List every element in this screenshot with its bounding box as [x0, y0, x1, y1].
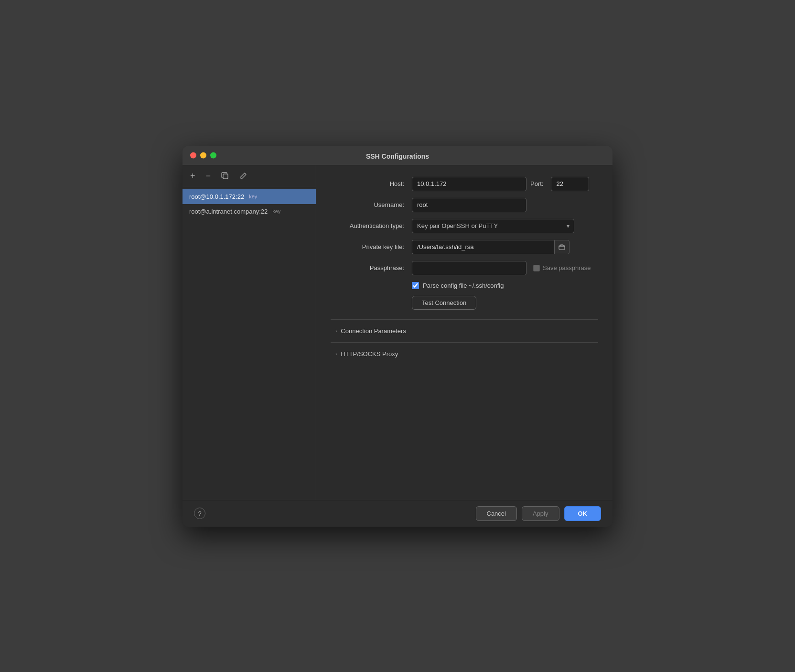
copy-config-button[interactable]	[219, 171, 231, 181]
parse-config-row: Parse config file ~/.ssh/config	[412, 282, 598, 289]
svg-rect-0	[223, 174, 228, 179]
bottom-bar: ? Cancel Apply OK	[183, 500, 612, 527]
dialog-title: SSH Configurations	[366, 152, 429, 160]
save-passphrase-area: Save passphrase	[533, 264, 591, 271]
add-config-button[interactable]: +	[188, 170, 197, 182]
port-input[interactable]	[551, 177, 589, 191]
title-bar: SSH Configurations	[183, 146, 612, 165]
username-input[interactable]	[412, 198, 526, 212]
sidebar-toolbar: + −	[183, 165, 316, 187]
right-panel: Host: Port: Username: Authentication typ…	[316, 165, 612, 500]
passphrase-label: Passphrase:	[331, 264, 412, 271]
private-key-row: Private key file:	[331, 240, 598, 254]
sidebar-item-label-1: root@10.0.1.172:22	[189, 193, 244, 200]
passphrase-group: Save passphrase	[412, 261, 591, 275]
passphrase-input[interactable]	[412, 261, 526, 275]
http-socks-proxy-header[interactable]: › HTTP/SOCKS Proxy	[331, 348, 598, 359]
http-socks-proxy-label: HTTP/SOCKS Proxy	[341, 350, 398, 358]
traffic-lights	[190, 152, 216, 158]
passphrase-row: Passphrase: Save passphrase	[331, 261, 598, 275]
ok-button[interactable]: OK	[564, 506, 602, 521]
auth-type-select-wrapper: Key pair OpenSSH or PuTTY Password OpenS…	[412, 219, 574, 233]
browse-file-button[interactable]	[554, 240, 569, 254]
sidebar-item-tag-1: key	[249, 194, 257, 199]
sidebar-item-2[interactable]: root@a.intranet.company:22 key	[183, 204, 316, 219]
parse-config-label[interactable]: Parse config file ~/.ssh/config	[423, 282, 504, 289]
connection-parameters-section: › Connection Parameters	[331, 319, 598, 342]
sidebar-item-label-2: root@a.intranet.company:22	[189, 208, 268, 215]
sidebar: + − root@10.0.1.172:22 key	[183, 165, 316, 500]
private-key-field-group	[412, 240, 569, 254]
connection-parameters-label: Connection Parameters	[341, 327, 406, 335]
save-passphrase-label: Save passphrase	[543, 264, 591, 271]
close-button[interactable]	[190, 152, 196, 158]
svg-rect-1	[559, 246, 565, 249]
auth-type-select[interactable]: Key pair OpenSSH or PuTTY Password OpenS…	[412, 219, 574, 233]
test-connection-row: Test Connection	[412, 296, 598, 310]
sidebar-list: root@10.0.1.172:22 key root@a.intranet.c…	[183, 187, 316, 500]
http-socks-proxy-section: › HTTP/SOCKS Proxy	[331, 342, 598, 365]
cancel-button[interactable]: Cancel	[476, 506, 517, 521]
host-input[interactable]	[412, 177, 526, 191]
host-row: Host: Port:	[331, 177, 598, 191]
host-label: Host:	[331, 180, 412, 187]
minimize-button[interactable]	[200, 152, 206, 158]
apply-button[interactable]: Apply	[522, 506, 559, 521]
chevron-right-icon: ›	[335, 328, 337, 334]
bottom-actions: Cancel Apply OK	[476, 506, 602, 521]
private-key-input[interactable]	[412, 240, 554, 254]
connection-parameters-header[interactable]: › Connection Parameters	[331, 325, 598, 336]
main-content: + − root@10.0.1.172:22 key	[183, 165, 612, 500]
chevron-right-icon-2: ›	[335, 351, 337, 357]
private-key-label: Private key file:	[331, 243, 412, 250]
sidebar-item-tag-2: key	[272, 208, 280, 214]
save-passphrase-checkbox[interactable]	[533, 265, 540, 271]
remove-config-button[interactable]: −	[204, 170, 213, 182]
auth-type-label: Authentication type:	[331, 222, 412, 229]
test-connection-button[interactable]: Test Connection	[412, 296, 476, 310]
sidebar-item-1[interactable]: root@10.0.1.172:22 key	[183, 189, 316, 204]
port-label: Port:	[530, 180, 543, 187]
ssh-configurations-dialog: SSH Configurations + −	[183, 146, 612, 527]
edit-config-button[interactable]	[237, 171, 249, 181]
maximize-button[interactable]	[210, 152, 216, 158]
username-label: Username:	[331, 201, 412, 208]
parse-config-checkbox[interactable]	[412, 282, 419, 289]
username-row: Username:	[331, 198, 598, 212]
help-button[interactable]: ?	[194, 508, 205, 519]
auth-type-row: Authentication type: Key pair OpenSSH or…	[331, 219, 598, 233]
